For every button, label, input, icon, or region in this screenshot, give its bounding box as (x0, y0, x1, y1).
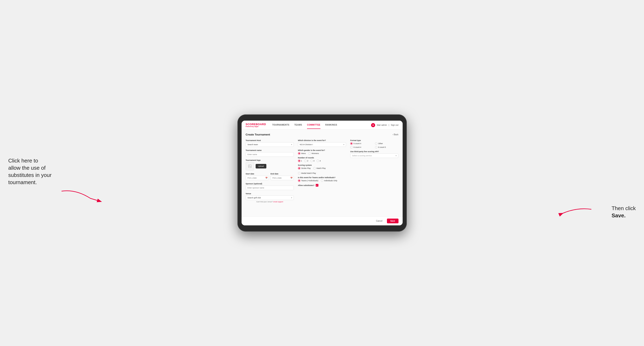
logo-group: Tournament logo Upload (246, 159, 294, 170)
gender-womens[interactable]: Womens (308, 152, 319, 155)
scoring-match-radio[interactable] (313, 167, 316, 170)
format-other-radio[interactable] (375, 142, 378, 145)
event-teams-radio[interactable] (298, 179, 300, 182)
rounds-row: 1 2 3 (298, 160, 346, 162)
nav-user: B blair admin | Sign out (371, 123, 398, 127)
annotation-right-line1: Then click (612, 205, 636, 211)
venue-help-text: Can't find your venue? email support (246, 201, 294, 203)
nav-committee[interactable]: COMMITTEE (307, 121, 320, 129)
format-other[interactable]: Other (375, 142, 398, 145)
scoring-medal-radio[interactable] (298, 172, 300, 174)
email-support-link[interactable]: email support (273, 201, 283, 203)
scoring-api-label: Use third-party live scoring API? (350, 151, 398, 153)
logo-text-board: BOARD (256, 123, 266, 126)
round-3[interactable]: 3 (310, 160, 314, 162)
format-5count4-radio[interactable] (350, 142, 353, 145)
event-individuals[interactable]: Individuals Only (321, 179, 338, 182)
scoring-api-select[interactable]: Select a scoring service (350, 154, 398, 158)
sponsor-input[interactable] (246, 185, 294, 190)
round-4[interactable]: 4 (316, 160, 321, 162)
round-3-radio[interactable] (310, 160, 313, 162)
annotation-left-line2: allow the use of (8, 165, 46, 171)
name-group: Tournament name (246, 149, 294, 157)
annotation-right: Then click Save. (612, 205, 636, 219)
tablet-frame: SCOREBOARD Powered by clippd TOURNAMENTS… (238, 114, 407, 232)
gender-radio-row: Mens Womens (298, 152, 346, 155)
scoring-match[interactable]: Match Play (313, 167, 326, 170)
date-row: Start date 📅 End date 📅 (246, 173, 294, 180)
venue-select-wrapper: Search golf club (246, 195, 294, 200)
format-6count4-radio[interactable] (350, 146, 353, 149)
format-6count5-label: 6 count 5 (378, 146, 386, 148)
form-col-1: Tournament Host Search team Tournament n… (246, 139, 294, 205)
scoring-stroke-label: Stroke Play (301, 167, 311, 169)
calendar-icon: 📅 (265, 177, 268, 179)
cancel-button[interactable]: Cancel (374, 219, 385, 223)
venue-help-label: Can't find your venue? (256, 201, 273, 203)
round-1[interactable]: 1 (298, 160, 302, 162)
tablet-screen: SCOREBOARD Powered by clippd TOURNAMENTS… (242, 121, 403, 225)
page-wrapper: Click here to allow the use of substitut… (8, 114, 636, 232)
start-date-group: Start date 📅 (246, 173, 269, 180)
round-1-radio[interactable] (298, 160, 300, 162)
scoring-stroke[interactable]: Stroke Play (298, 167, 311, 170)
gender-group: Which gender is the event for? Mens Wome… (298, 149, 346, 155)
nav-bar: SCOREBOARD Powered by clippd TOURNAMENTS… (242, 121, 403, 130)
venue-select[interactable]: Search golf club (246, 195, 294, 200)
format-6count4-label: 6 count 4 (354, 146, 361, 148)
nav-rankings[interactable]: RANKINGS (326, 121, 337, 129)
format-6count4[interactable]: 6 count 4 (350, 146, 374, 149)
page-content: Create Tournament Back Tournament Host S… (242, 130, 403, 216)
save-button[interactable]: Save (387, 219, 398, 223)
scoring-match-label: Match Play (316, 167, 326, 169)
substitutes-checkbox[interactable] (316, 184, 318, 187)
round-2-radio[interactable] (304, 160, 306, 162)
substitutes-row: Allow substitutes? (298, 184, 346, 187)
nav-tournaments[interactable]: TOURNAMENTS (272, 121, 289, 129)
format-options-grid: 5 count 4 Other 6 count 4 (350, 142, 398, 149)
scoring-group: Scoring system Stroke Play Match Play (298, 164, 346, 174)
upload-button[interactable]: Upload (256, 164, 266, 169)
round-2[interactable]: 2 (304, 160, 308, 162)
round-1-label: 1 (301, 160, 302, 162)
logo-powered: Powered by clippd (246, 126, 266, 127)
division-select[interactable]: NCAA Division I (298, 142, 346, 147)
event-individuals-radio[interactable] (321, 179, 323, 182)
form-col-2: Which division is the event for? NCAA Di… (298, 139, 346, 205)
scoring-stroke-radio[interactable] (298, 167, 300, 170)
name-input[interactable] (246, 152, 294, 157)
scoring-medal-label: Medal Match Play (301, 172, 316, 174)
annotation-left-line4: tournament. (8, 179, 37, 185)
round-4-radio[interactable] (316, 160, 319, 162)
event-individuals-label: Individuals Only (324, 179, 338, 182)
format-5count4[interactable]: 5 count 4 (350, 142, 374, 145)
division-label: Which division is the event for? (298, 139, 346, 142)
sign-out-link[interactable]: Sign out (391, 124, 398, 126)
start-date-wrapper: 📅 (246, 176, 269, 180)
round-3-label: 3 (314, 160, 314, 162)
user-name: blair admin (377, 124, 387, 126)
nav-teams[interactable]: TEAMS (294, 121, 302, 129)
host-select[interactable]: Search team (246, 142, 294, 147)
logo-powered-text: Powered by (246, 126, 254, 127)
scoring-api-group: Use third-party live scoring API? Select… (350, 151, 398, 158)
scoring-medal[interactable]: Medal Match Play (298, 172, 316, 174)
bottom-bar: Cancel Save (242, 216, 403, 225)
gender-mens-radio[interactable] (298, 152, 300, 155)
back-button[interactable]: Back (392, 133, 398, 136)
host-select-wrapper: Search team (246, 142, 294, 147)
logo-area: SCOREBOARD Powered by clippd (246, 123, 266, 127)
gender-mens[interactable]: Mens (298, 152, 306, 155)
format-5count4-label: 5 count 4 (354, 143, 361, 145)
gender-womens-radio[interactable] (308, 152, 311, 155)
format-label: Format type (350, 139, 398, 142)
event-teams[interactable]: Teams (+Individuals) (298, 179, 318, 182)
end-date-group: End date 📅 (270, 173, 294, 180)
format-6count5-radio[interactable] (375, 146, 378, 149)
annotation-left-line3: substitutes in your (8, 172, 52, 178)
page-header: Create Tournament Back (246, 133, 398, 136)
format-6count5[interactable]: 6 count 5 (375, 146, 398, 149)
rounds-group: Number of rounds 1 2 (298, 157, 346, 162)
sponsor-group: Sponsor (optional) (246, 183, 294, 190)
division-select-wrapper: NCAA Division I (298, 142, 346, 147)
